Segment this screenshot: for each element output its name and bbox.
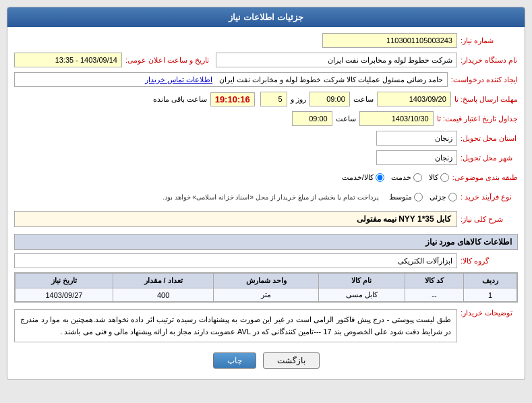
tarikh-row: نام دستگاه خریدار: شرکت خطوط لوله و مخاب… <box>14 52 518 68</box>
tarikh-label: تاریخ و ساعت اعلان عومی: <box>122 56 209 65</box>
main-container: جزئیات اطلاعات نیاز شماره نیاز: 11030011… <box>7 7 525 380</box>
tawzihat-row: توضیحات خریدار: طبق لیست پیوستی - درج پی… <box>14 306 518 346</box>
mohlat-label: مهلت ارسال پاسخ: تا <box>451 95 518 104</box>
col-tedad: تعداد / مقدار <box>113 274 213 288</box>
saaat-label: ساعت <box>350 95 377 104</box>
nam-dastgah-group: نام دستگاه خریدار: شرکت خطوط لوله و مخاب… <box>216 53 518 67</box>
ostan-row: استان محل تحویل: زنجان <box>14 130 518 146</box>
radio-kala[interactable]: کالا <box>429 173 449 182</box>
no-farayand-row: نوع فرآیند خرید : جزئی متوسط پرداخت تمام… <box>14 189 518 205</box>
radio-jozi[interactable]: جزئی <box>430 193 457 202</box>
countdown-value: 19:10:16 <box>210 92 255 106</box>
shomare-niaz-row: شماره نیاز: 1103001105003243 <box>14 32 518 49</box>
table-cell-kodKala: -- <box>405 288 463 302</box>
tabaqe-label: طبقه بندی موضوعی: <box>449 173 518 182</box>
content-area: شماره نیاز: 1103001105003243 نام دستگاه … <box>7 27 525 379</box>
table-cell-namKala: کابل مسی <box>318 288 405 302</box>
ijad-konande-row: ایجاد کننده درخواست: حامد رضائی مسئول عم… <box>14 71 518 88</box>
tabaqe-row: طبقه بندی موضوعی: کالا خدمت کالا/خدمت <box>14 169 518 185</box>
table-row: 1--کابل مسیمتر4001403/09/27 <box>16 288 517 302</box>
sharh-label: شرح کلی نیاز: <box>457 215 518 224</box>
jadval-saaat-label: ساعت <box>332 115 359 123</box>
button-group: بازگشت چاپ <box>14 352 518 374</box>
shomare-niaz-value: 1103001105003243 <box>322 33 457 48</box>
countdown-label: ساعت باقی مانده <box>150 95 210 104</box>
etelaaat-tamas-link[interactable]: اطلاعات تماس خریدار <box>145 75 212 84</box>
tawzihat-value: طبق لیست پیوستی - درج پیش فاکتور الزامی … <box>14 309 457 342</box>
page-header: جزئیات اطلاعات نیاز <box>7 7 525 27</box>
group-kala-value: ابزارآلات الکتریکی <box>14 253 457 268</box>
shahr-label: شهر محل تحویل: <box>457 154 518 162</box>
shahr-row: شهر محل تحویل: زنجان <box>14 150 518 166</box>
nam-dastgah-label: نام دستگاه خریدار: <box>457 56 518 65</box>
kala-table: ردیف کد کالا نام کالا واحد شمارش تعداد /… <box>15 273 517 302</box>
mohlat-row: مهلت ارسال پاسخ: تا 1403/09/20 ساعت 09:0… <box>14 91 518 107</box>
tawzihat-label: توضیحات خریدار: <box>457 306 518 317</box>
rooz-label: روز و <box>287 95 309 104</box>
group-kala-row: گروه کالا: ابزارآلات الکتریکی <box>14 253 518 269</box>
table-cell-vahed: متر <box>214 288 319 302</box>
jadval-saaat: 09:00 <box>292 111 332 126</box>
ijad-konande-value: حامد رضائی مسئول عملیات کالا شرکت خطوط ل… <box>14 72 448 87</box>
col-nam-kala: نام کالا <box>318 274 405 288</box>
mohlat-saaat: 09:00 <box>309 92 350 106</box>
kala-table-container: ردیف کد کالا نام کالا واحد شمارش تعداد /… <box>14 272 518 303</box>
col-kod-kala: کد کالا <box>405 274 463 288</box>
nam-dastgah-value: شرکت خطوط لوله و مخابرات نفت ایران <box>216 53 457 67</box>
no-farayand-radio-group: جزئی متوسط <box>389 193 457 202</box>
shomare-niaz-label: شماره نیاز: <box>457 36 518 45</box>
radio-kala-khadamat[interactable]: کالا/خدمت <box>342 173 384 182</box>
jadval-date: 1403/10/30 <box>359 111 434 126</box>
tarikh-group: تاریخ و ساعت اعلان عومی: 1403/09/14 - 13… <box>14 53 209 67</box>
no-farayand-label: نوع فرآیند خرید : <box>457 193 518 202</box>
ostan-label: استان محل تحویل: <box>457 134 518 143</box>
col-radif: ردیف <box>464 274 517 288</box>
table-cell-tedad: 400 <box>113 288 213 302</box>
shahr-value: زنجان <box>376 150 457 165</box>
tarikh-value: 1403/09/14 - 13:35 <box>14 53 122 67</box>
table-cell-tarikh: 1403/09/27 <box>16 288 113 302</box>
table-cell-radif: 1 <box>464 288 517 302</box>
page-title: جزئیات اطلاعات نیاز <box>229 12 303 22</box>
jadval-label: جداول تاریخ اعتبار قیمت: تا <box>434 115 518 123</box>
sharh-row: شرح کلی نیاز: کابل NYY 1*35 نیمه مفتولی <box>14 208 518 230</box>
jadval-row: جداول تاریخ اعتبار قیمت: تا 1403/10/30 س… <box>14 111 518 127</box>
farayand-desc: پرداخت تمام یا بخشی از مبلغ خریدار از مح… <box>162 193 379 201</box>
mohlat-date: 1403/09/20 <box>377 92 451 106</box>
mohlat-rooz: 5 <box>260 92 287 106</box>
radio-khadamat[interactable]: خدمت <box>391 173 422 182</box>
col-vahed: واحد شمارش <box>214 274 319 288</box>
sharh-value: کابل NYY 1*35 نیمه مفتولی <box>14 211 457 227</box>
chap-button[interactable]: چاپ <box>213 352 256 369</box>
ijad-konande-label: ایجاد کننده درخواست: <box>448 75 518 84</box>
bazgasht-button[interactable]: بازگشت <box>263 352 320 369</box>
ostan-value: زنجان <box>376 131 457 146</box>
group-kala-label: گروه کالا: <box>457 257 518 266</box>
tabaqe-radio-group: کالا خدمت کالا/خدمت <box>342 173 449 182</box>
etelaaat-section-title: اطلاعات کالاهای مورد نیاز <box>14 234 518 250</box>
radio-mottasat[interactable]: متوسط <box>389 193 423 202</box>
col-tarikh: تاریخ نیاز <box>16 274 113 288</box>
